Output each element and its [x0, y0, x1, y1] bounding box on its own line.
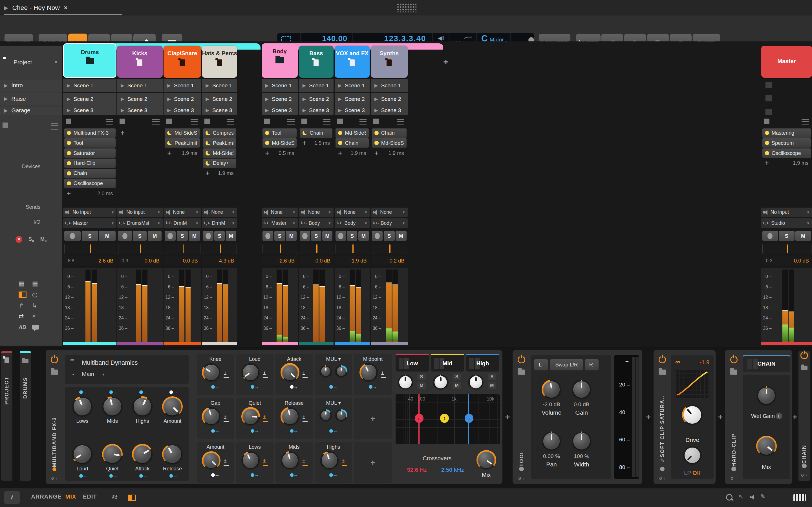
empty-remote-slot[interactable]: +	[354, 398, 391, 439]
edit-icon[interactable]: ✎	[660, 457, 664, 464]
plus-minus-control[interactable]: ±	[303, 458, 308, 466]
drive-knob[interactable]	[682, 404, 703, 425]
macro-knob-lows[interactable]	[72, 396, 93, 417]
clip-slot-scene-2[interactable]: ▶Scene 2	[262, 93, 298, 106]
clip-play-icon[interactable]: ▶	[67, 108, 70, 113]
device-enabled-icon[interactable]	[765, 141, 769, 145]
tool-button-swap-l-r[interactable]: Swap L/R	[550, 359, 583, 371]
device-sleep-icon[interactable]	[206, 131, 210, 135]
volume-readout-vox-and-fx[interactable]: -1.9 dB	[336, 256, 369, 265]
master-scene-stop[interactable]	[765, 82, 772, 88]
pan-control-synths[interactable]	[372, 244, 407, 254]
volume-readout-body[interactable]: -2.6 dB	[262, 256, 297, 265]
preset-icon[interactable]	[731, 467, 736, 471]
add-device-icon[interactable]: +	[374, 149, 378, 157]
view-tab-arrange[interactable]: ARRANGE	[31, 494, 62, 500]
plus-minus-control[interactable]: ±	[342, 458, 347, 466]
clip-play-icon[interactable]: ▶	[167, 83, 171, 89]
device-item-peaklimit[interactable]: PeakLimit	[165, 138, 200, 148]
master-scene-stop[interactable]	[765, 95, 772, 101]
modulation-arrow-icon[interactable]: →	[326, 384, 341, 390]
dropdown-icon[interactable]: ▼	[402, 210, 405, 214]
stop-clips-button[interactable]	[119, 119, 125, 124]
modulation-arrow-icon[interactable]: →	[208, 384, 223, 390]
clip-slot-scene-2[interactable]: ▶Scene 2	[117, 93, 163, 106]
device-item-spectrum[interactable]: Spectrum	[762, 138, 811, 148]
punch-in-icon[interactable]: ◀ǁ	[438, 35, 444, 41]
device-item-md-sidespli[interactable]: Md-SideSpli	[203, 149, 236, 158]
swap-icon[interactable]: ⇄	[18, 313, 32, 320]
chain-output-icon[interactable]: o→	[518, 475, 525, 481]
tool-knob-value[interactable]: 0.0 dB	[566, 401, 597, 407]
fade-in-icon[interactable]	[464, 37, 472, 41]
grid-view-icon[interactable]: ▦	[18, 280, 32, 287]
volume-readout-clap-snare[interactable]: 0.0 dB	[165, 256, 200, 265]
record-arm-button[interactable]	[203, 231, 213, 241]
crossover-graph[interactable]: 491001k10k←↕→	[396, 394, 500, 444]
low-crossover-handle[interactable]: ←	[415, 414, 423, 422]
mul-knob-b[interactable]	[335, 409, 347, 421]
clip-slot-scene-1[interactable]: ▶Scene 1	[117, 79, 163, 92]
stop-clips-button[interactable]	[301, 119, 307, 124]
scene-play-icon[interactable]: ▶	[4, 83, 8, 89]
chain-device-tab[interactable]: CHAIN o→	[799, 351, 810, 481]
modulation-arrow-icon[interactable]: →	[208, 428, 223, 434]
track-options-icon[interactable]	[227, 119, 234, 125]
band-solo-button[interactable]: S	[453, 374, 461, 380]
lp-readout[interactable]: LP Off	[671, 470, 714, 476]
modulation-arrow-icon[interactable]: →	[106, 473, 121, 479]
add-device-button[interactable]: +	[792, 412, 797, 422]
record-arm-button[interactable]	[372, 231, 383, 241]
stop-clips-button[interactable]	[66, 119, 71, 124]
tool-knob-gain[interactable]	[572, 380, 592, 399]
clip-play-icon[interactable]: ▶	[265, 108, 269, 113]
pan-control-kicks[interactable]	[118, 244, 162, 254]
clip-play-icon[interactable]: ▶	[303, 96, 306, 102]
output-selector-hats-percs[interactable]: DrmM▼	[202, 218, 237, 228]
tool-knob-volume[interactable]	[542, 380, 561, 399]
plus-minus-control[interactable]: ±	[263, 458, 268, 466]
macro-knob-quiet[interactable]	[102, 444, 123, 464]
ab-compare-icon[interactable]: AB	[18, 324, 32, 330]
modulation-arrow-icon[interactable]: →	[247, 428, 262, 434]
clip-play-icon[interactable]: ▶	[121, 108, 124, 113]
clip-slot-scene-3[interactable]: ▶Scene 3	[163, 106, 201, 115]
track-options-icon[interactable]	[397, 119, 405, 125]
clip-slot-scene-2[interactable]: ▶Scene 2	[163, 93, 201, 106]
close-project-icon[interactable]: ×	[64, 4, 67, 11]
mul-knob-a[interactable]	[319, 365, 332, 378]
clip-play-icon[interactable]: ▶	[206, 96, 209, 102]
plus-minus-control[interactable]: ±	[223, 371, 229, 378]
dropdown-icon[interactable]: ▼	[402, 221, 405, 225]
modulation-icon[interactable]	[52, 467, 57, 471]
output-selector-clap-snare[interactable]: DrmM▼	[163, 218, 201, 228]
add-device-button[interactable]: +	[503, 412, 511, 422]
add-device-icon[interactable]: +	[206, 169, 209, 177]
add-device-button[interactable]: +	[717, 412, 724, 422]
add-device-row[interactable]: +1.9 ms	[762, 159, 811, 168]
clip-play-icon[interactable]: ▶	[167, 96, 171, 102]
preset-name[interactable]: Main	[82, 371, 94, 378]
tool-knob-value[interactable]: 0.00 %	[537, 453, 567, 459]
view-tab-edit[interactable]: EDIT	[83, 494, 97, 500]
device-enabled-icon[interactable]	[374, 131, 378, 135]
modulation-arrow-icon[interactable]: →	[365, 384, 380, 390]
remote-knob-gap[interactable]	[202, 407, 220, 426]
dropdown-icon[interactable]: ▼	[111, 221, 114, 225]
device-item-chain[interactable]: Chain	[300, 128, 333, 138]
remote-knob-release[interactable]	[281, 407, 299, 426]
track-options-icon[interactable]	[106, 119, 114, 125]
dropdown-icon[interactable]: ▼	[364, 210, 368, 214]
record-arm-button[interactable]	[64, 231, 81, 241]
clear-arm-icon[interactable]: ×	[15, 236, 22, 243]
input-selector-clap-snare[interactable]: None▼	[163, 208, 201, 217]
pan-control-body[interactable]	[262, 244, 297, 254]
device-panel-toggle-icon[interactable]	[18, 291, 27, 298]
remote-control-mul[interactable]: MUL ▾→	[315, 398, 352, 439]
preset-icon[interactable]	[802, 464, 807, 468]
preset-dropdown-icon[interactable]: ▼	[101, 372, 105, 377]
preset-icon[interactable]	[519, 467, 524, 471]
solo-button[interactable]: S	[311, 231, 321, 241]
solo-button[interactable]: S	[82, 231, 98, 241]
modulation-arrow-icon[interactable]: →	[106, 389, 121, 395]
